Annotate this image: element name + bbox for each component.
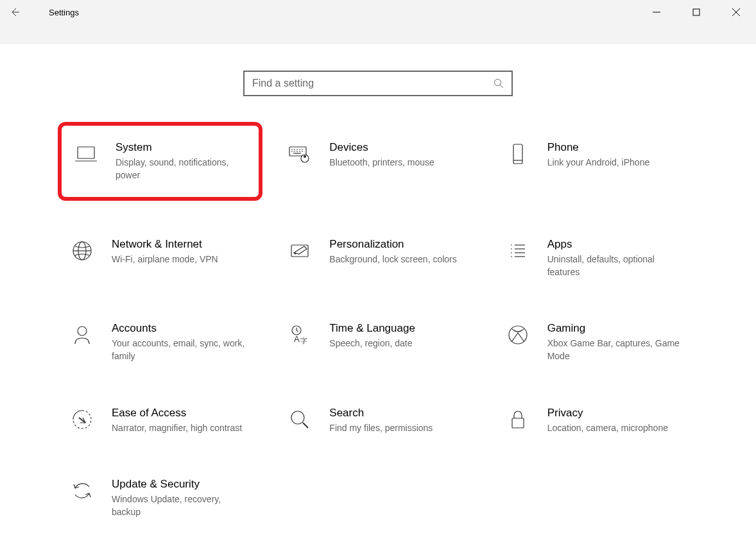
svg-line-40 bbox=[296, 330, 298, 332]
category-time[interactable]: A 字 Time & Language Speech, region, date bbox=[275, 316, 480, 369]
category-desc: Speech, region, date bbox=[329, 337, 464, 350]
xbox-icon bbox=[505, 322, 531, 348]
category-text: Devices Bluetooth, printers, mouse bbox=[329, 141, 464, 169]
minimize-icon bbox=[653, 8, 660, 16]
category-text: Personalization Background, lock screen,… bbox=[329, 238, 464, 266]
category-title: Time & Language bbox=[329, 322, 464, 335]
category-search[interactable]: Search Find my files, permissions bbox=[275, 400, 480, 441]
category-desc: Your accounts, email, sync, work, family bbox=[112, 337, 246, 362]
laptop-icon bbox=[73, 141, 99, 167]
globe-icon bbox=[69, 238, 95, 264]
category-title: Personalization bbox=[329, 238, 464, 251]
category-network[interactable]: Network & Internet Wi-Fi, airplane mode,… bbox=[58, 232, 262, 285]
close-icon bbox=[732, 8, 740, 16]
categories-grid: System Display, sound, notifications, po… bbox=[0, 135, 756, 525]
lock-icon bbox=[505, 407, 531, 432]
time-language-icon: A 字 bbox=[287, 322, 313, 348]
svg-point-28 bbox=[295, 253, 296, 254]
category-text: Accounts Your accounts, email, sync, wor… bbox=[112, 322, 246, 362]
window-controls bbox=[637, 0, 756, 24]
person-icon bbox=[69, 322, 95, 348]
svg-rect-27 bbox=[291, 245, 308, 257]
category-text: Time & Language Speech, region, date bbox=[329, 322, 464, 350]
window-title: Settings bbox=[30, 0, 79, 17]
category-title: Phone bbox=[547, 141, 682, 154]
category-ease[interactable]: Ease of Access Narrator, magnifier, high… bbox=[58, 400, 262, 441]
back-button[interactable] bbox=[0, 0, 30, 24]
category-title: Search bbox=[329, 407, 464, 420]
category-desc: Windows Update, recovery, backup bbox=[112, 493, 246, 518]
svg-point-44 bbox=[291, 411, 304, 424]
svg-text:A: A bbox=[294, 334, 300, 344]
category-phone[interactable]: Phone Link your Android, iPhone bbox=[494, 135, 698, 201]
category-desc: Xbox Game Bar, captures, Game Mode bbox=[547, 337, 682, 362]
category-text: Privacy Location, camera, microphone bbox=[547, 407, 682, 435]
category-title: System bbox=[116, 141, 250, 154]
category-title: Devices bbox=[329, 141, 464, 154]
category-text: System Display, sound, notifications, po… bbox=[116, 141, 250, 182]
back-arrow-icon bbox=[10, 7, 20, 17]
search-input[interactable] bbox=[252, 78, 494, 89]
category-desc: Location, camera, microphone bbox=[547, 422, 682, 435]
category-title: Gaming bbox=[547, 322, 682, 335]
titlebar: Settings bbox=[0, 0, 756, 44]
content-area: System Display, sound, notifications, po… bbox=[0, 44, 756, 525]
category-personalization[interactable]: Personalization Background, lock screen,… bbox=[275, 232, 480, 285]
svg-rect-6 bbox=[78, 147, 94, 158]
search-container bbox=[0, 71, 756, 96]
category-title: Apps bbox=[547, 238, 682, 251]
category-update[interactable]: Update & Security Windows Update, recove… bbox=[58, 471, 262, 525]
svg-point-37 bbox=[78, 327, 87, 335]
category-desc: Background, lock screen, colors bbox=[329, 253, 464, 266]
category-devices[interactable]: Devices Bluetooth, printers, mouse bbox=[275, 135, 480, 201]
svg-point-21 bbox=[304, 156, 306, 158]
maximize-button[interactable] bbox=[676, 0, 716, 24]
ease-access-icon bbox=[69, 407, 95, 432]
category-desc: Display, sound, notifications, power bbox=[116, 157, 250, 182]
svg-text:字: 字 bbox=[300, 337, 307, 344]
category-desc: Find my files, permissions bbox=[329, 422, 464, 435]
svg-rect-1 bbox=[693, 9, 700, 15]
category-title: Ease of Access bbox=[112, 407, 246, 420]
search-box[interactable] bbox=[243, 71, 513, 96]
category-desc: Wi-Fi, airplane mode, VPN bbox=[112, 253, 246, 266]
minimize-button[interactable] bbox=[637, 0, 676, 24]
svg-line-5 bbox=[500, 85, 503, 88]
svg-rect-46 bbox=[512, 418, 524, 428]
close-button[interactable] bbox=[716, 0, 756, 24]
category-title: Network & Internet bbox=[112, 238, 246, 251]
apps-list-icon bbox=[505, 238, 531, 264]
category-title: Update & Security bbox=[112, 478, 246, 491]
category-text: Apps Uninstall, defaults, optional featu… bbox=[547, 238, 682, 278]
category-text: Gaming Xbox Game Bar, captures, Game Mod… bbox=[547, 322, 682, 362]
category-desc: Link your Android, iPhone bbox=[547, 157, 682, 169]
paint-icon bbox=[287, 238, 313, 264]
category-gaming[interactable]: Gaming Xbox Game Bar, captures, Game Mod… bbox=[494, 316, 698, 369]
sync-icon bbox=[69, 478, 95, 504]
magnifier-icon bbox=[287, 407, 313, 432]
category-text: Phone Link your Android, iPhone bbox=[547, 141, 682, 169]
phone-icon bbox=[505, 141, 531, 167]
category-desc: Narrator, magnifier, high contrast bbox=[112, 422, 246, 435]
maximize-icon bbox=[692, 8, 700, 16]
category-accounts[interactable]: Accounts Your accounts, email, sync, wor… bbox=[58, 316, 262, 369]
svg-line-45 bbox=[303, 423, 308, 428]
category-text: Network & Internet Wi-Fi, airplane mode,… bbox=[112, 238, 246, 266]
category-desc: Bluetooth, printers, mouse bbox=[329, 157, 464, 169]
keyboard-icon bbox=[287, 141, 313, 167]
category-text: Search Find my files, permissions bbox=[329, 407, 464, 435]
category-title: Accounts bbox=[112, 322, 246, 335]
category-desc: Uninstall, defaults, optional features bbox=[547, 253, 682, 278]
category-title: Privacy bbox=[547, 407, 682, 420]
category-text: Update & Security Windows Update, recove… bbox=[112, 478, 246, 518]
category-apps[interactable]: Apps Uninstall, defaults, optional featu… bbox=[494, 232, 698, 285]
search-icon bbox=[494, 78, 504, 89]
category-text: Ease of Access Narrator, magnifier, high… bbox=[112, 407, 246, 435]
category-privacy[interactable]: Privacy Location, camera, microphone bbox=[494, 400, 698, 441]
category-system[interactable]: System Display, sound, notifications, po… bbox=[58, 122, 262, 201]
